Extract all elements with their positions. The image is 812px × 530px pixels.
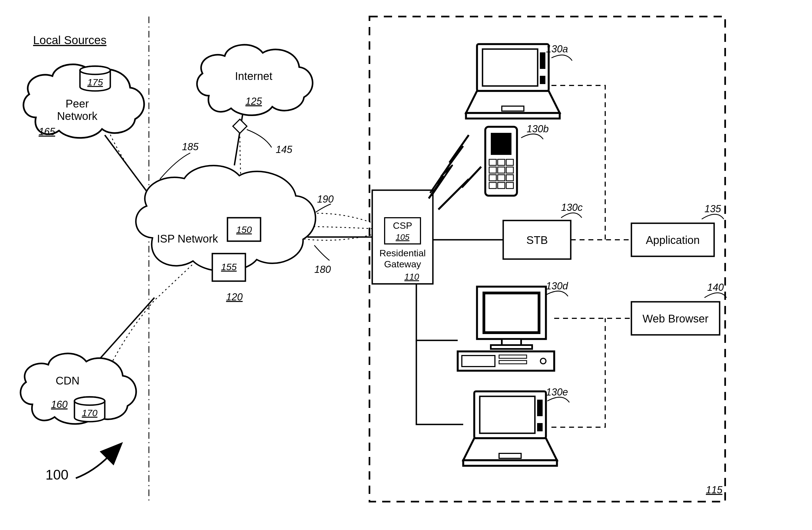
phone-icon	[485, 127, 517, 196]
desktop-icon	[458, 286, 554, 371]
svg-rect-40	[491, 345, 532, 349]
wireless-bolt-icon	[429, 135, 469, 198]
cdn-label: CDN	[56, 374, 80, 387]
svg-rect-23	[491, 133, 511, 155]
svg-rect-20	[466, 113, 560, 118]
cdn-ref: 160	[51, 399, 68, 410]
svg-rect-47	[480, 396, 535, 433]
cdn-db-ref: 170	[82, 408, 98, 418]
peering-point-icon	[233, 119, 247, 133]
stb-ref: 130c	[561, 202, 583, 213]
laptop-icon	[466, 44, 560, 118]
svg-rect-34	[498, 182, 505, 189]
web-browser-label: Web Browser	[642, 312, 708, 325]
svg-rect-25	[498, 159, 505, 165]
svg-rect-39	[502, 339, 521, 345]
desktop-ref: 130d	[546, 280, 568, 292]
svg-rect-24	[489, 159, 496, 165]
svg-rect-26	[506, 159, 513, 165]
figure-number: 100	[45, 467, 68, 483]
csp-label: CSP	[393, 220, 412, 231]
internet-ref: 125	[245, 95, 262, 107]
isp-label: ISP Network	[157, 233, 218, 245]
svg-rect-50	[463, 460, 557, 466]
gateway-ref: 110	[405, 272, 419, 282]
application-ref: 135	[705, 203, 721, 215]
ref-180: 180	[314, 264, 331, 275]
laptop-e-ref: 130e	[546, 386, 568, 398]
peering-ref: 145	[276, 144, 292, 155]
application-label: Application	[646, 234, 700, 246]
svg-rect-49	[537, 423, 542, 431]
svg-line-2	[97, 298, 155, 363]
svg-rect-29	[506, 167, 513, 173]
laptop-a-ref: 130a	[546, 43, 568, 55]
residential-gateway: CSP 105 Residential Gateway 110	[372, 190, 433, 284]
svg-rect-27	[489, 167, 496, 173]
svg-rect-17	[482, 49, 538, 86]
svg-rect-19	[540, 76, 546, 84]
gateway-label-2: Gateway	[384, 259, 421, 269]
svg-rect-30	[489, 175, 496, 181]
peer-network-label-1: Peer	[66, 98, 89, 110]
svg-rect-28	[498, 167, 505, 173]
svg-rect-48	[537, 400, 542, 416]
web-browser-ref: 140	[707, 282, 724, 293]
internet-label: Internet	[235, 70, 272, 82]
phone-ref: 130b	[527, 123, 549, 134]
svg-rect-38	[485, 294, 538, 331]
laptop-icon	[463, 392, 557, 466]
svg-rect-31	[498, 175, 505, 181]
isp-box-150-ref: 150	[236, 224, 252, 235]
peer-network-label-2: Network	[57, 110, 98, 122]
svg-rect-51	[499, 453, 521, 458]
gateway-label-1: Residential	[379, 248, 426, 258]
svg-rect-21	[502, 106, 524, 111]
svg-rect-42	[462, 355, 495, 367]
peer-db-ref: 175	[87, 77, 103, 87]
local-sources-title: Local Sources	[33, 34, 106, 47]
house-ref: 115	[706, 484, 723, 496]
isp-box-155-ref: 155	[221, 262, 237, 272]
svg-rect-33	[489, 182, 496, 189]
peer-network-ref: 165	[39, 126, 55, 137]
csp-ref: 105	[396, 232, 409, 241]
svg-line-1	[105, 135, 153, 200]
isp-ref: 120	[226, 291, 243, 303]
ref-185: 185	[182, 141, 199, 152]
svg-rect-35	[506, 182, 513, 189]
svg-rect-32	[506, 175, 513, 181]
stb-label: STB	[526, 234, 548, 246]
svg-rect-18	[540, 53, 546, 69]
ref-190: 190	[317, 193, 334, 205]
